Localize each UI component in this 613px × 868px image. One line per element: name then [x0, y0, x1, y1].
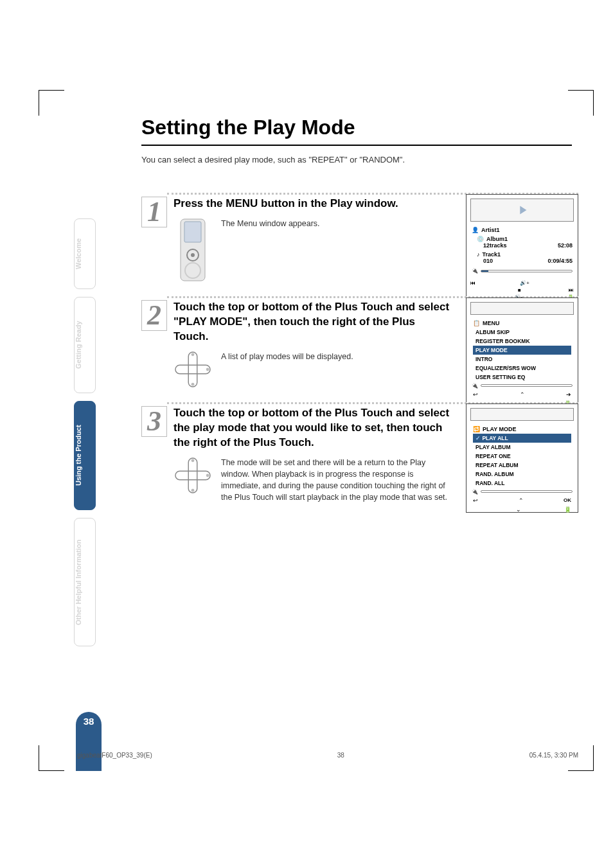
artist-label: Artist1	[481, 227, 500, 233]
menu-item: EQUALIZER/SRS WOW	[473, 364, 571, 373]
sidebar-tab-other-info[interactable]: Other Helpful Information	[74, 518, 96, 646]
menu-item: USER SETTING EQ	[473, 373, 571, 382]
page-content: Setting the Play Mode You can select a d…	[77, 116, 578, 521]
charge-icon: 🔌	[472, 383, 478, 389]
step-1: 1 Press the MENU button in the Play wind…	[77, 197, 578, 282]
vol-up-icon: 🔊+	[520, 280, 529, 286]
step-text: A list of play modes will be displayed.	[221, 351, 353, 362]
footer-meta: gigabeatF60_OP33_39(E) 38 05.4.15, 3:30 …	[77, 752, 578, 759]
svg-rect-1	[184, 222, 201, 242]
svg-rect-11	[175, 471, 210, 480]
menu-list: ALBUM SKIP REGISTER BOOKMK PLAY MODE INT…	[466, 328, 578, 382]
step-heading: Touch the top or bottom of the Plus Touc…	[173, 406, 450, 450]
list-icon: 📋	[473, 320, 480, 326]
play-window-screen: 👤Artist1 💿Album1 12tracks52:08 ♪Track1 0…	[466, 194, 578, 303]
back-icon: ↩	[473, 497, 478, 504]
step-number: 2	[141, 300, 167, 331]
playmode-list: ✓ PLAY ALL PLAY ALBUM REPEAT ONE REPEAT …	[466, 434, 578, 488]
prev-icon: ⏮	[470, 280, 475, 286]
svg-point-14	[206, 474, 209, 477]
playmode-item: RAND. ALBUM	[473, 470, 571, 479]
album-tracks: 12tracks	[483, 242, 507, 249]
album-time: 52:08	[558, 242, 573, 249]
menu-title: MENU	[483, 320, 500, 326]
ok-label: OK	[564, 497, 571, 503]
playmode-item: REPEAT ALBUM	[473, 461, 571, 470]
battery-icon: 🔋	[564, 506, 571, 513]
svg-rect-6	[175, 365, 210, 374]
down-icon: ⌄	[516, 506, 521, 513]
repeat-icon: 🔁	[473, 426, 480, 432]
title-rule	[141, 145, 572, 146]
step-heading: Touch the top or bottom of the Plus Touc…	[173, 300, 450, 344]
crop-mark	[568, 90, 594, 116]
playmode-item: REPEAT ONE	[473, 452, 571, 461]
disc-icon: 💿	[477, 236, 484, 242]
menu-item-selected: PLAY MODE	[473, 346, 571, 355]
charge-icon: 🔌	[472, 268, 478, 274]
menu-window-screen: 📋MENU ALBUM SKIP REGISTER BOOKMK PLAY MO…	[466, 297, 578, 407]
playmode-item: RAND. ALL	[473, 479, 571, 488]
playmode-title: PLAY MODE	[483, 426, 517, 432]
footer-pagenum: 38	[337, 752, 344, 759]
album-label: Album1	[486, 236, 508, 242]
charge-icon: 🔌	[472, 489, 478, 495]
track-num: 010	[483, 258, 493, 264]
remote-icon	[173, 218, 212, 282]
right-arrow-icon: ➔	[566, 391, 571, 398]
playmode-item-selected: ✓ PLAY ALL	[473, 434, 571, 443]
footer-timestamp: 05.4.15, 3:30 PM	[529, 752, 578, 759]
svg-rect-10	[188, 457, 197, 492]
stop-icon: ■	[518, 287, 521, 293]
plus-touch-icon	[173, 351, 212, 388]
step-2: 2 Touch the top or bottom of the Plus To…	[77, 300, 578, 388]
svg-point-13	[191, 488, 195, 492]
crop-mark	[39, 745, 64, 771]
next-icon: ⏭	[569, 287, 574, 293]
crop-mark	[39, 90, 64, 116]
step-3: 3 Touch the top or bottom of the Plus To…	[77, 406, 578, 503]
track-label: Track1	[483, 251, 501, 258]
page-title: Setting the Play Mode	[77, 116, 578, 139]
footer-filename: gigabeatF60_OP33_39(E)	[77, 752, 152, 759]
person-icon: 👤	[472, 227, 479, 233]
up-icon: ⌃	[520, 391, 525, 398]
back-icon: ↩	[473, 391, 478, 398]
intro-text: You can select a desired play mode, such…	[77, 155, 578, 164]
svg-point-9	[206, 368, 209, 371]
menu-item: INTRO	[473, 355, 571, 364]
note-icon: ♪	[477, 251, 480, 258]
step-number: 3	[141, 406, 167, 437]
plus-touch-icon	[173, 457, 212, 494]
svg-point-3	[191, 253, 195, 257]
step-text: The Menu window appears.	[221, 218, 320, 229]
svg-rect-5	[188, 352, 197, 387]
menu-item: REGISTER BOOKMK	[473, 337, 571, 346]
playmode-window-screen: 🔁PLAY MODE ✓ PLAY ALL PLAY ALBUM REPEAT …	[466, 403, 578, 513]
step-heading: Press the MENU button in the Play window…	[173, 197, 450, 211]
svg-point-8	[191, 383, 195, 386]
step-text: The mode will be set and there will be a…	[221, 457, 450, 504]
svg-point-7	[191, 353, 195, 356]
track-time: 0:09/4:55	[547, 258, 573, 264]
playmode-item: PLAY ALBUM	[473, 443, 571, 452]
svg-point-12	[191, 459, 195, 462]
menu-item: ALBUM SKIP	[473, 328, 571, 337]
up-icon: ⌃	[519, 497, 524, 504]
step-number: 1	[141, 197, 167, 227]
